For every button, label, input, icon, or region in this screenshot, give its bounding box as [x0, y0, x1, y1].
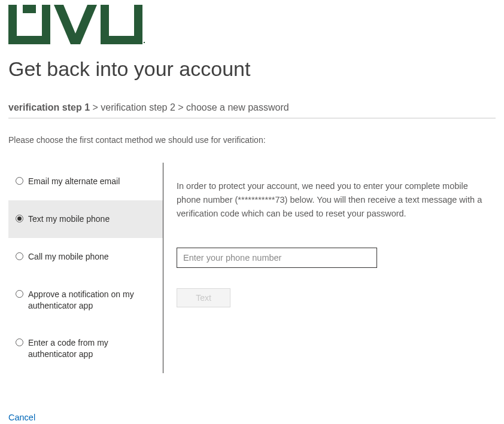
radio-icon	[16, 177, 23, 185]
method-option-approve-notification[interactable]: Approve a notification on my authenticat…	[8, 276, 163, 325]
method-option-call[interactable]: Call my mobile phone	[8, 238, 163, 276]
vertical-divider	[163, 163, 163, 373]
breadcrumb-step-1: verification step 1	[8, 102, 90, 112]
radio-icon	[16, 338, 23, 346]
method-option-email[interactable]: Email my alternate email	[8, 163, 163, 200]
method-label: Text my mobile phone	[28, 213, 110, 225]
method-description: In order to protect your account, we nee…	[177, 179, 489, 221]
phone-number-input[interactable]	[177, 248, 377, 268]
svg-rect-3	[23, 5, 36, 13]
breadcrumb-sep-1: >	[90, 102, 101, 112]
send-text-button[interactable]: Text	[177, 288, 230, 307]
page-title: Get back into your account	[8, 57, 496, 81]
svg-rect-7	[134, 5, 142, 44]
breadcrumb: verification step 1 > verification step …	[8, 102, 496, 118]
method-label: Email my alternate email	[28, 176, 120, 187]
method-label: Enter a code from my authenticator app	[28, 337, 157, 360]
radio-icon	[16, 290, 23, 298]
radio-icon	[16, 215, 23, 222]
breadcrumb-step-3: choose a new password	[186, 102, 289, 112]
radio-icon	[16, 252, 23, 260]
uvu-logo	[8, 5, 496, 47]
verification-methods-list: Email my alternate email Text my mobile …	[8, 163, 163, 373]
svg-marker-4	[54, 5, 97, 44]
breadcrumb-sep-2: >	[175, 102, 186, 112]
svg-rect-2	[42, 5, 50, 44]
cancel-link[interactable]: Cancel	[8, 413, 35, 422]
method-label: Approve a notification on my authenticat…	[28, 289, 157, 312]
method-label: Call my mobile phone	[28, 251, 109, 263]
method-option-enter-code[interactable]: Enter a code from my authenticator app	[8, 324, 163, 373]
svg-rect-8	[144, 42, 145, 43]
method-option-text[interactable]: Text my mobile phone	[8, 200, 163, 238]
instruction-text: Please choose the first contact method w…	[8, 135, 496, 145]
method-detail-panel: In order to protect your account, we nee…	[177, 163, 494, 373]
breadcrumb-step-2: verification step 2	[101, 102, 175, 112]
